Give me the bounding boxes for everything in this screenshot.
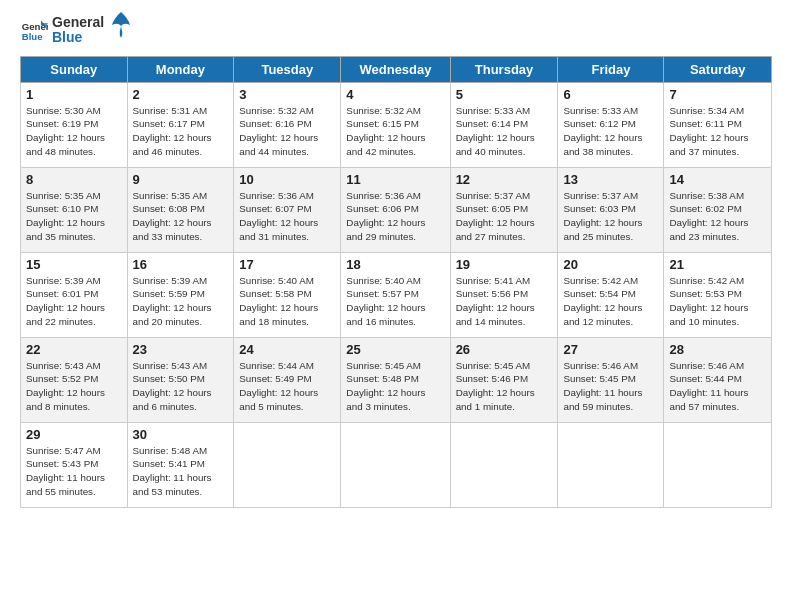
calendar-cell: 14Sunrise: 5:38 AM Sunset: 6:02 PM Dayli…: [664, 167, 772, 252]
day-info: Sunrise: 5:48 AM Sunset: 5:41 PM Dayligh…: [133, 444, 229, 499]
day-info: Sunrise: 5:44 AM Sunset: 5:49 PM Dayligh…: [239, 359, 335, 414]
day-number: 10: [239, 172, 335, 187]
logo-general-text: General: [52, 15, 104, 30]
day-info: Sunrise: 5:45 AM Sunset: 5:48 PM Dayligh…: [346, 359, 444, 414]
day-info: Sunrise: 5:42 AM Sunset: 5:54 PM Dayligh…: [563, 274, 658, 329]
day-number: 6: [563, 87, 658, 102]
day-number: 13: [563, 172, 658, 187]
day-number: 22: [26, 342, 122, 357]
day-info: Sunrise: 5:32 AM Sunset: 6:16 PM Dayligh…: [239, 104, 335, 159]
calendar-cell: [341, 422, 450, 507]
day-number: 18: [346, 257, 444, 272]
calendar-week-row: 22Sunrise: 5:43 AM Sunset: 5:52 PM Dayli…: [21, 337, 772, 422]
calendar-week-row: 1Sunrise: 5:30 AM Sunset: 6:19 PM Daylig…: [21, 82, 772, 167]
calendar-cell: [450, 422, 558, 507]
calendar-week-row: 8Sunrise: 5:35 AM Sunset: 6:10 PM Daylig…: [21, 167, 772, 252]
day-info: Sunrise: 5:43 AM Sunset: 5:52 PM Dayligh…: [26, 359, 122, 414]
calendar-cell: 22Sunrise: 5:43 AM Sunset: 5:52 PM Dayli…: [21, 337, 128, 422]
day-info: Sunrise: 5:37 AM Sunset: 6:03 PM Dayligh…: [563, 189, 658, 244]
day-info: Sunrise: 5:45 AM Sunset: 5:46 PM Dayligh…: [456, 359, 553, 414]
calendar-table: SundayMondayTuesdayWednesdayThursdayFrid…: [20, 56, 772, 508]
svg-text:Blue: Blue: [22, 31, 43, 42]
calendar-week-row: 29Sunrise: 5:47 AM Sunset: 5:43 PM Dayli…: [21, 422, 772, 507]
day-info: Sunrise: 5:36 AM Sunset: 6:06 PM Dayligh…: [346, 189, 444, 244]
day-info: Sunrise: 5:35 AM Sunset: 6:08 PM Dayligh…: [133, 189, 229, 244]
calendar-cell: 29Sunrise: 5:47 AM Sunset: 5:43 PM Dayli…: [21, 422, 128, 507]
day-info: Sunrise: 5:37 AM Sunset: 6:05 PM Dayligh…: [456, 189, 553, 244]
calendar-cell: 4Sunrise: 5:32 AM Sunset: 6:15 PM Daylig…: [341, 82, 450, 167]
day-number: 12: [456, 172, 553, 187]
day-number: 3: [239, 87, 335, 102]
calendar-cell: 12Sunrise: 5:37 AM Sunset: 6:05 PM Dayli…: [450, 167, 558, 252]
day-number: 19: [456, 257, 553, 272]
day-info: Sunrise: 5:41 AM Sunset: 5:56 PM Dayligh…: [456, 274, 553, 329]
calendar-week-row: 15Sunrise: 5:39 AM Sunset: 6:01 PM Dayli…: [21, 252, 772, 337]
calendar-cell: 27Sunrise: 5:46 AM Sunset: 5:45 PM Dayli…: [558, 337, 664, 422]
day-number: 17: [239, 257, 335, 272]
logo: General Blue General Blue: [20, 15, 132, 46]
day-number: 4: [346, 87, 444, 102]
day-number: 1: [26, 87, 122, 102]
day-number: 2: [133, 87, 229, 102]
day-number: 29: [26, 427, 122, 442]
weekday-header: Tuesday: [234, 56, 341, 82]
calendar-cell: 10Sunrise: 5:36 AM Sunset: 6:07 PM Dayli…: [234, 167, 341, 252]
calendar-cell: 19Sunrise: 5:41 AM Sunset: 5:56 PM Dayli…: [450, 252, 558, 337]
day-info: Sunrise: 5:31 AM Sunset: 6:17 PM Dayligh…: [133, 104, 229, 159]
day-number: 25: [346, 342, 444, 357]
day-info: Sunrise: 5:36 AM Sunset: 6:07 PM Dayligh…: [239, 189, 335, 244]
day-number: 14: [669, 172, 766, 187]
day-info: Sunrise: 5:34 AM Sunset: 6:11 PM Dayligh…: [669, 104, 766, 159]
day-number: 11: [346, 172, 444, 187]
day-info: Sunrise: 5:38 AM Sunset: 6:02 PM Dayligh…: [669, 189, 766, 244]
day-info: Sunrise: 5:43 AM Sunset: 5:50 PM Dayligh…: [133, 359, 229, 414]
calendar-cell: 20Sunrise: 5:42 AM Sunset: 5:54 PM Dayli…: [558, 252, 664, 337]
day-info: Sunrise: 5:39 AM Sunset: 5:59 PM Dayligh…: [133, 274, 229, 329]
day-number: 20: [563, 257, 658, 272]
day-number: 15: [26, 257, 122, 272]
day-number: 21: [669, 257, 766, 272]
day-info: Sunrise: 5:47 AM Sunset: 5:43 PM Dayligh…: [26, 444, 122, 499]
logo-icon: General Blue: [20, 16, 48, 44]
calendar-cell: 18Sunrise: 5:40 AM Sunset: 5:57 PM Dayli…: [341, 252, 450, 337]
weekday-header: Saturday: [664, 56, 772, 82]
logo-bird-icon: [110, 10, 132, 40]
calendar-cell: 6Sunrise: 5:33 AM Sunset: 6:12 PM Daylig…: [558, 82, 664, 167]
day-info: Sunrise: 5:46 AM Sunset: 5:45 PM Dayligh…: [563, 359, 658, 414]
calendar-cell: 21Sunrise: 5:42 AM Sunset: 5:53 PM Dayli…: [664, 252, 772, 337]
calendar-cell: 17Sunrise: 5:40 AM Sunset: 5:58 PM Dayli…: [234, 252, 341, 337]
calendar-cell: 30Sunrise: 5:48 AM Sunset: 5:41 PM Dayli…: [127, 422, 234, 507]
logo-blue-text: Blue: [52, 30, 104, 45]
calendar-cell: 26Sunrise: 5:45 AM Sunset: 5:46 PM Dayli…: [450, 337, 558, 422]
weekday-header: Monday: [127, 56, 234, 82]
calendar-cell: 13Sunrise: 5:37 AM Sunset: 6:03 PM Dayli…: [558, 167, 664, 252]
calendar-cell: 5Sunrise: 5:33 AM Sunset: 6:14 PM Daylig…: [450, 82, 558, 167]
day-number: 27: [563, 342, 658, 357]
day-number: 26: [456, 342, 553, 357]
page-header: General Blue General Blue: [20, 15, 772, 46]
calendar-cell: [234, 422, 341, 507]
day-number: 23: [133, 342, 229, 357]
calendar-cell: 2Sunrise: 5:31 AM Sunset: 6:17 PM Daylig…: [127, 82, 234, 167]
calendar-cell: 11Sunrise: 5:36 AM Sunset: 6:06 PM Dayli…: [341, 167, 450, 252]
day-number: 24: [239, 342, 335, 357]
day-number: 28: [669, 342, 766, 357]
calendar-cell: 3Sunrise: 5:32 AM Sunset: 6:16 PM Daylig…: [234, 82, 341, 167]
day-info: Sunrise: 5:42 AM Sunset: 5:53 PM Dayligh…: [669, 274, 766, 329]
calendar-header-row: SundayMondayTuesdayWednesdayThursdayFrid…: [21, 56, 772, 82]
day-info: Sunrise: 5:35 AM Sunset: 6:10 PM Dayligh…: [26, 189, 122, 244]
day-number: 9: [133, 172, 229, 187]
day-info: Sunrise: 5:30 AM Sunset: 6:19 PM Dayligh…: [26, 104, 122, 159]
calendar-cell: 8Sunrise: 5:35 AM Sunset: 6:10 PM Daylig…: [21, 167, 128, 252]
calendar-cell: 24Sunrise: 5:44 AM Sunset: 5:49 PM Dayli…: [234, 337, 341, 422]
calendar-cell: 23Sunrise: 5:43 AM Sunset: 5:50 PM Dayli…: [127, 337, 234, 422]
calendar-cell: [558, 422, 664, 507]
calendar-cell: 1Sunrise: 5:30 AM Sunset: 6:19 PM Daylig…: [21, 82, 128, 167]
calendar-cell: 25Sunrise: 5:45 AM Sunset: 5:48 PM Dayli…: [341, 337, 450, 422]
day-number: 16: [133, 257, 229, 272]
weekday-header: Thursday: [450, 56, 558, 82]
day-info: Sunrise: 5:39 AM Sunset: 6:01 PM Dayligh…: [26, 274, 122, 329]
weekday-header: Sunday: [21, 56, 128, 82]
day-info: Sunrise: 5:46 AM Sunset: 5:44 PM Dayligh…: [669, 359, 766, 414]
calendar-cell: 9Sunrise: 5:35 AM Sunset: 6:08 PM Daylig…: [127, 167, 234, 252]
